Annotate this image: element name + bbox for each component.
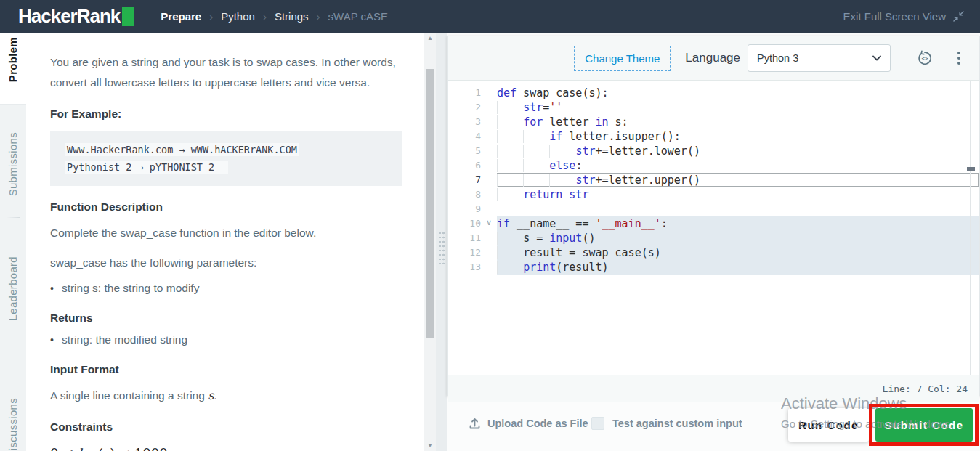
input-format-text: A single line containing a string s.	[50, 386, 402, 406]
bullet-dot: •	[50, 280, 54, 297]
input-format-heading: Input Format	[50, 363, 402, 376]
fold-gutter	[481, 86, 497, 100]
fold-toggle-icon[interactable]: ∨	[481, 216, 497, 231]
custom-input-checkbox[interactable]	[591, 417, 604, 430]
logo-green-block-icon	[122, 7, 134, 26]
code-line[interactable]: 5 str+=letter.lower()	[448, 144, 979, 158]
upload-code-button[interactable]: Upload Code as File	[469, 396, 588, 451]
code-text: result = swap_case(s)	[497, 245, 979, 260]
code-text: str+=letter.lower()	[497, 144, 979, 158]
problem-panel: Problem SubmissionsLeaderboardDiscussion…	[0, 33, 436, 451]
code-line[interactable]: 4 if letter.isupper():	[448, 129, 979, 144]
parameter-bullet: • string s: the string to modify	[50, 280, 402, 297]
editor-panel: Change Theme Language Python 3 <> 1def s…	[447, 33, 980, 451]
code-line[interactable]: 12 result = swap_case(s)	[448, 245, 979, 260]
fold-gutter	[481, 158, 497, 173]
breadcrumb-item[interactable]: Strings	[275, 10, 309, 23]
exit-fullscreen-label: Exit Full Screen View	[843, 10, 946, 23]
sidebar-tab-rail: Problem SubmissionsLeaderboardDiscussion…	[0, 33, 26, 451]
fold-gutter	[481, 173, 497, 187]
line-number: 6	[448, 158, 481, 173]
editor-scrollbar-track[interactable]	[970, 81, 971, 375]
code-text: str+=letter.upper()	[497, 173, 979, 187]
code-line[interactable]: 6 else:	[448, 158, 979, 173]
code-line[interactable]: 13 print(result)	[448, 260, 979, 275]
breadcrumb-item[interactable]: Python	[221, 10, 255, 23]
code-text: if __name__ == '__main__':	[497, 216, 979, 231]
reset-code-icon[interactable]: <>	[917, 50, 933, 66]
returns-bullet: • string: the modified string	[50, 331, 402, 349]
exit-fullscreen-button[interactable]: Exit Full Screen View	[843, 10, 964, 23]
scroll-down-arrow-icon[interactable]: ▼	[424, 442, 436, 449]
cursor-position: Line: 7 Col: 24	[883, 383, 968, 394]
code-text: s = input()	[497, 231, 979, 245]
code-line[interactable]: 11 s = input()	[448, 231, 979, 245]
code-text	[497, 202, 979, 216]
sidebar-tab-discussions[interactable]: Discussions	[7, 398, 19, 451]
fold-gutter	[481, 100, 497, 115]
topbar: HackerRank Prepare›Python›Strings›sWAP c…	[0, 0, 980, 33]
parameters-intro: swap_case has the following parameters:	[50, 253, 402, 273]
function-description-text: Complete the swap_case function in the e…	[50, 223, 402, 243]
scrollbar-thumb[interactable]	[426, 69, 434, 338]
submit-code-button[interactable]: Submit Code	[875, 408, 973, 442]
code-line[interactable]: 8 return str	[448, 187, 979, 202]
code-line[interactable]: 3 for letter in s:	[448, 115, 979, 129]
constraints-heading: Constraints	[50, 420, 402, 434]
code-text: str=''	[497, 100, 979, 115]
code-text: def swap_case(s):	[497, 86, 979, 100]
editor-scrollbar-thumb[interactable]	[967, 167, 975, 171]
function-description-heading: Function Description	[50, 200, 402, 214]
line-number: 4	[448, 129, 481, 144]
custom-input-label: Test against custom input	[612, 418, 742, 429]
language-select[interactable]: Python 3	[748, 44, 891, 72]
scroll-up-arrow-icon[interactable]: ▲	[424, 35, 436, 41]
code-line[interactable]: 9	[448, 202, 979, 216]
fold-gutter	[481, 231, 497, 245]
sidebar-divider	[7, 346, 20, 346]
line-number: 1	[448, 86, 481, 100]
change-theme-button[interactable]: Change Theme	[574, 46, 671, 71]
bullet-dot: •	[50, 331, 54, 349]
language-selected-value: Python 3	[757, 52, 798, 64]
line-number: 10	[448, 216, 481, 231]
code-text: else:	[497, 158, 979, 173]
left-panel-scrollbar[interactable]: ▲ ▼	[424, 33, 436, 451]
breadcrumb-separator: ›	[209, 10, 213, 23]
example-heading: For Example:	[50, 107, 402, 121]
line-number: 13	[448, 260, 481, 275]
sidebar-divider	[7, 217, 20, 218]
example-line: Pythonist 2 → pYTHONIST 2	[65, 158, 388, 176]
code-line[interactable]: 10∨if __name__ == '__main__':	[448, 216, 979, 231]
problem-statement: You are given a string and your task is …	[26, 33, 424, 451]
editor-toolbar: Change Theme Language Python 3 <>	[448, 36, 979, 81]
code-line[interactable]: 2 str=''	[448, 100, 979, 115]
line-number: 2	[448, 100, 481, 115]
line-number: 7	[448, 173, 481, 187]
sidebar-tab-leaderboard[interactable]: Leaderboard	[7, 256, 19, 320]
line-number: 8	[448, 187, 481, 202]
intro-line-1: You are given a string and your task is …	[50, 56, 396, 68]
breadcrumb-item[interactable]: Prepare	[161, 10, 201, 23]
upload-label: Upload Code as File	[487, 418, 588, 429]
fold-gutter	[481, 187, 497, 202]
code-line[interactable]: 1def swap_case(s):	[448, 86, 979, 100]
code-editor-card: Change Theme Language Python 3 <> 1def s…	[447, 36, 980, 396]
panel-resize-handle[interactable]	[436, 33, 447, 451]
code-area[interactable]: 1def swap_case(s):2 str=''3 for letter i…	[448, 81, 979, 375]
breadcrumb: Prepare›Python›Strings›sWAP cASE	[161, 10, 388, 23]
breadcrumb-separator: ›	[263, 10, 267, 23]
code-line[interactable]: 7 str+=letter.upper()	[448, 173, 979, 187]
code-text: if letter.isupper():	[497, 129, 979, 144]
hackerrank-logo[interactable]: HackerRank	[18, 5, 134, 28]
kebab-menu-icon[interactable]	[956, 50, 962, 66]
run-code-button[interactable]: Run Code	[788, 408, 869, 442]
line-number: 5	[448, 144, 481, 158]
line-number: 11	[448, 231, 481, 245]
language-label: Language	[685, 51, 740, 65]
code-text: print(result)	[497, 260, 979, 275]
fold-gutter	[481, 245, 497, 260]
line-number: 9	[448, 202, 481, 216]
sidebar-tab-submissions[interactable]: Submissions	[7, 132, 19, 196]
sidebar-tab-problem[interactable]: Problem	[7, 37, 19, 82]
